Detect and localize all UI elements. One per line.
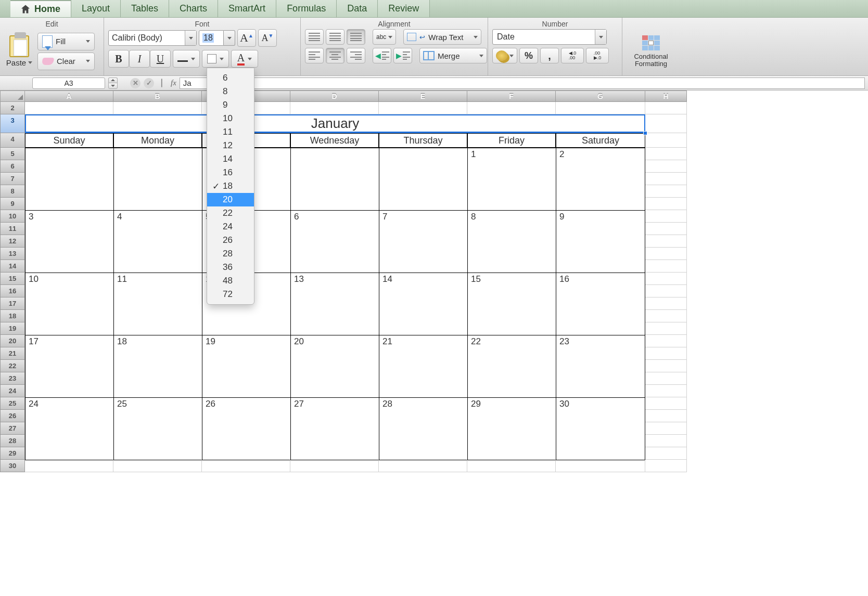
cell[interactable] <box>290 410 379 422</box>
bold-button[interactable]: B <box>108 50 129 68</box>
font-size-input[interactable]: 18 <box>199 30 224 46</box>
cell[interactable] <box>25 410 113 422</box>
cell[interactable] <box>113 235 202 248</box>
row-header-29[interactable]: 29 <box>0 447 25 460</box>
cell[interactable] <box>202 435 290 447</box>
row-header-18[interactable]: 18 <box>0 310 25 322</box>
cell[interactable] <box>556 235 645 248</box>
cell[interactable] <box>25 285 113 297</box>
cell[interactable] <box>113 185 202 198</box>
cell[interactable] <box>113 285 202 297</box>
row-header-21[interactable]: 21 <box>0 347 25 360</box>
cell[interactable] <box>645 435 687 447</box>
cell[interactable] <box>25 347 113 360</box>
cell[interactable] <box>25 148 113 160</box>
cell[interactable] <box>556 198 645 210</box>
cell[interactable] <box>113 422 202 435</box>
cell[interactable] <box>467 260 556 273</box>
font-size-option-28[interactable]: 28 <box>207 247 254 261</box>
cell[interactable] <box>556 360 645 372</box>
cell[interactable] <box>25 447 113 460</box>
cell[interactable] <box>467 435 556 447</box>
cell[interactable] <box>25 372 113 385</box>
cell[interactable] <box>645 422 687 435</box>
cell[interactable] <box>113 385 202 397</box>
cell[interactable] <box>113 360 202 372</box>
font-size-option-11[interactable]: 11 <box>207 125 254 139</box>
decrease-indent-button[interactable]: ◀ <box>373 48 391 63</box>
cell[interactable] <box>645 322 687 335</box>
align-left-button[interactable] <box>305 48 324 63</box>
cell[interactable] <box>25 360 113 372</box>
cell[interactable] <box>467 422 556 435</box>
cell[interactable] <box>290 360 379 372</box>
cell[interactable]: 28 <box>379 397 467 410</box>
font-name-combo[interactable]: Calibri (Body) <box>108 30 197 46</box>
cell[interactable] <box>290 223 379 235</box>
cell[interactable] <box>379 372 467 385</box>
cell[interactable]: 25 <box>113 397 202 410</box>
cell[interactable] <box>25 198 113 210</box>
cell[interactable]: 10 <box>25 273 113 285</box>
cell[interactable] <box>379 248 467 260</box>
selection-handle[interactable] <box>643 131 647 135</box>
cell[interactable] <box>556 185 645 198</box>
currency-button[interactable] <box>492 48 517 63</box>
cell[interactable] <box>113 322 202 335</box>
row-header-24[interactable]: 24 <box>0 385 25 397</box>
cell[interactable] <box>556 372 645 385</box>
row-header-2[interactable]: 2 <box>0 102 25 114</box>
cell[interactable] <box>556 322 645 335</box>
italic-button[interactable]: I <box>129 50 150 68</box>
cell[interactable]: 19 <box>202 335 290 347</box>
cell[interactable] <box>379 385 467 397</box>
cell[interactable] <box>113 160 202 173</box>
cell[interactable] <box>290 160 379 173</box>
cell[interactable] <box>645 335 687 347</box>
cell[interactable] <box>379 310 467 322</box>
cell[interactable] <box>25 435 113 447</box>
cell[interactable] <box>202 360 290 372</box>
row-header-15[interactable]: 15 <box>0 273 25 285</box>
shrink-font-button[interactable]: A▼ <box>258 29 277 47</box>
cell[interactable]: 21 <box>379 335 467 347</box>
cell[interactable] <box>113 460 202 472</box>
cell[interactable] <box>556 173 645 185</box>
fx-icon[interactable]: fx <box>171 79 176 87</box>
cell[interactable] <box>379 422 467 435</box>
cell[interactable] <box>113 248 202 260</box>
cell[interactable] <box>556 347 645 360</box>
cell[interactable] <box>113 435 202 447</box>
font-size-option-22[interactable]: 22 <box>207 206 254 220</box>
cell[interactable] <box>25 160 113 173</box>
row-header-9[interactable]: 9 <box>0 198 25 210</box>
font-size-option-10[interactable]: 10 <box>207 112 254 125</box>
comma-button[interactable]: , <box>540 48 559 63</box>
cell[interactable] <box>379 460 467 472</box>
cell[interactable] <box>379 447 467 460</box>
cell[interactable]: 30 <box>556 397 645 410</box>
cell[interactable]: 6 <box>290 210 379 223</box>
cell[interactable] <box>467 347 556 360</box>
cell[interactable]: Monday <box>113 133 202 148</box>
cell[interactable] <box>379 410 467 422</box>
cell[interactable] <box>25 422 113 435</box>
cell[interactable] <box>290 372 379 385</box>
cell[interactable] <box>556 460 645 472</box>
row-header-3[interactable]: 3 <box>0 114 25 133</box>
cell[interactable] <box>113 310 202 322</box>
row-header-14[interactable]: 14 <box>0 260 25 273</box>
cell[interactable] <box>290 102 379 114</box>
tab-formulas[interactable]: Formulas <box>276 0 337 17</box>
cell[interactable] <box>379 173 467 185</box>
align-bottom-button[interactable] <box>347 29 365 45</box>
col-header-B[interactable]: B <box>113 90 202 102</box>
percent-button[interactable]: % <box>519 48 538 63</box>
cell[interactable] <box>25 185 113 198</box>
decrease-decimal-button[interactable]: .00▶.0 <box>586 48 609 63</box>
cell[interactable] <box>467 460 556 472</box>
tab-smartart[interactable]: SmartArt <box>218 0 276 17</box>
cell[interactable] <box>556 223 645 235</box>
row-header-25[interactable]: 25 <box>0 397 25 410</box>
row-header-10[interactable]: 10 <box>0 210 25 223</box>
